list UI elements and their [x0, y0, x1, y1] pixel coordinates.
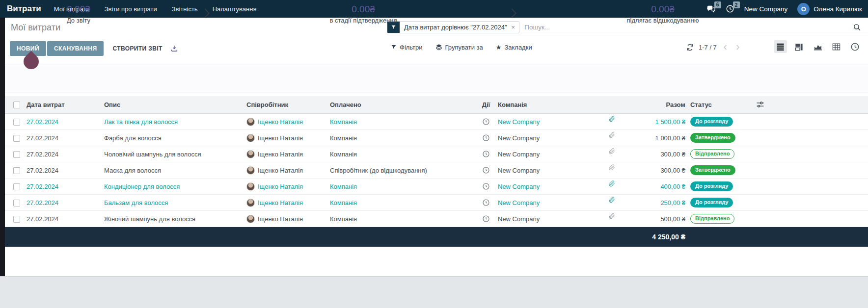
column-header-actions[interactable]: Дії	[475, 101, 497, 108]
employee-avatar	[246, 118, 255, 126]
status-cell: До розгляду	[686, 198, 765, 207]
summary-label: До звіту	[20, 17, 137, 24]
expenses-table: Дата витратОписСпівробітникОплаченоДіїКо…	[5, 96, 868, 247]
activity-clock-icon[interactable]	[475, 118, 497, 126]
expense-amount: 300,00 ₴	[619, 151, 686, 158]
row-checkbox[interactable]	[13, 119, 20, 126]
pager-previous-icon[interactable]	[722, 44, 729, 51]
optional-columns-icon[interactable]	[756, 101, 764, 109]
breadcrumb[interactable]: Мої витрати	[11, 23, 60, 33]
status-cell: Відправлено	[686, 149, 765, 158]
pivot-view-icon[interactable]	[830, 40, 843, 53]
summary-to-report: 0.00₴ До звіту	[20, 4, 137, 24]
attachment-paperclip-icon	[609, 146, 619, 162]
summary-label: підлягає відшкодуванню	[560, 17, 766, 24]
graph-view-icon[interactable]	[811, 40, 824, 53]
row-checkbox[interactable]	[13, 151, 20, 158]
pager: 1-7 / 7	[686, 41, 741, 53]
pager-range: 1-7 / 7	[699, 44, 717, 51]
row-checkbox[interactable]	[13, 200, 20, 206]
table-row[interactable]: 27.02.2024Маска для волоссяІщенко Наталі…	[5, 162, 868, 179]
user-menu[interactable]: О Олена Кирилюк	[797, 3, 862, 15]
select-all-cell	[5, 101, 27, 109]
expense-employee: Іщенко Наталія	[246, 199, 330, 207]
expense-company: New Company	[497, 183, 609, 190]
activity-view-icon[interactable]	[848, 40, 862, 53]
status-cell: Відправлено	[686, 214, 765, 223]
refresh-icon[interactable]	[686, 44, 694, 51]
table-body: 27.02.2024Лак та пінка для волоссяІщенко…	[5, 114, 868, 227]
table-row[interactable]: 27.02.2024Бальзам для волоссяІщенко Ната…	[5, 195, 868, 211]
create-report-button[interactable]: СТВОРИТИ ЗВІТ	[112, 45, 162, 52]
activity-clock-icon[interactable]	[475, 182, 497, 190]
nav-item-settings[interactable]: Налаштування	[213, 5, 257, 13]
list-view-icon[interactable]	[774, 40, 787, 53]
status-badge: Затверджено	[690, 133, 735, 142]
expense-paid-by: Компанія	[330, 118, 475, 126]
column-header-paid-by[interactable]: Оплачено	[330, 101, 475, 108]
row-checkbox[interactable]	[13, 216, 20, 223]
search-input[interactable]	[524, 24, 853, 31]
activity-clock-icon[interactable]	[475, 166, 497, 174]
window-left-edge	[0, 18, 5, 276]
expense-date: 27.02.2024	[27, 215, 104, 223]
expense-company: New Company	[497, 118, 609, 126]
row-checkbox[interactable]	[13, 183, 20, 190]
column-header-description[interactable]: Опис	[104, 101, 246, 108]
status-badge: До розгляду	[690, 117, 733, 126]
activity-clock-icon[interactable]	[475, 199, 497, 206]
funnel-icon	[391, 44, 397, 50]
scan-button[interactable]: СКАНУВАННЯ	[47, 41, 104, 56]
expense-date: 27.02.2024	[27, 118, 104, 126]
layers-icon	[435, 44, 442, 51]
download-icon[interactable]	[170, 45, 178, 52]
facet-close-icon[interactable]: ×	[512, 24, 519, 31]
row-select-cell	[5, 150, 27, 158]
expense-paid-by: Компанія	[330, 215, 475, 223]
expense-employee: Іщенко Наталія	[246, 182, 330, 191]
group-by-button[interactable]: Групувати за	[435, 44, 483, 51]
table-row[interactable]: 27.02.2024Фарба для волоссяІщенко Наталі…	[5, 130, 868, 146]
row-select-cell	[5, 215, 27, 223]
star-icon: ★	[496, 44, 502, 51]
pager-next-icon[interactable]	[734, 44, 741, 51]
expense-date: 27.02.2024	[27, 199, 104, 206]
attachment-paperclip-icon	[609, 114, 619, 129]
column-header-date[interactable]: Дата витрат	[27, 101, 104, 108]
column-header-company[interactable]: Компанія	[497, 101, 609, 108]
activity-clock-icon[interactable]	[475, 150, 497, 158]
table-row[interactable]: 27.02.2024Чоловічий шампунь для волоссяІ…	[5, 146, 868, 162]
status-badge: До розгляду	[690, 198, 733, 207]
employee-avatar	[246, 215, 255, 223]
attachment-paperclip-icon	[609, 211, 619, 227]
table-row[interactable]: 27.02.2024Кондиціонер для волоссяІщенко …	[5, 179, 868, 195]
row-checkbox[interactable]	[13, 135, 20, 142]
nav-item-reporting[interactable]: Звітність	[172, 5, 198, 13]
favorites-button[interactable]: ★ Закладки	[496, 44, 532, 51]
search-icon[interactable]	[853, 23, 861, 31]
attachment-paperclip-icon	[609, 162, 619, 178]
column-header-employee[interactable]: Співробітник	[246, 101, 330, 108]
row-checkbox[interactable]	[13, 167, 20, 174]
view-switcher	[774, 40, 862, 53]
activity-clock-icon[interactable]	[475, 215, 497, 223]
expense-date: 27.02.2024	[27, 167, 104, 174]
table-row[interactable]: 27.02.2024Жіночий шампунь для волоссяІще…	[5, 211, 868, 227]
status-badge: Відправлено	[690, 214, 734, 223]
chevron-right-icon	[200, 7, 213, 20]
activity-clock-icon[interactable]	[475, 134, 497, 142]
expense-amount: 250,00 ₴	[619, 199, 686, 206]
attachment-paperclip-icon	[609, 195, 619, 210]
summary-label: в стадії підтвердження	[260, 17, 466, 24]
summary-amount: 0.00₴	[560, 4, 766, 15]
total-amount: 4 250,00 ₴	[652, 233, 685, 241]
select-all-checkbox[interactable]	[13, 102, 20, 108]
table-row[interactable]: 27.02.2024Лак та пінка для волоссяІщенко…	[5, 114, 868, 130]
employee-avatar	[246, 166, 255, 175]
employee-avatar	[246, 134, 255, 142]
column-header-total[interactable]: Разом	[619, 101, 686, 108]
column-header-status[interactable]: Статус	[686, 101, 765, 108]
kanban-view-icon[interactable]	[792, 40, 806, 53]
filters-button[interactable]: Фільтри	[391, 44, 423, 51]
summary-under-validation: 0.00₴ в стадії підтвердження	[260, 4, 466, 24]
